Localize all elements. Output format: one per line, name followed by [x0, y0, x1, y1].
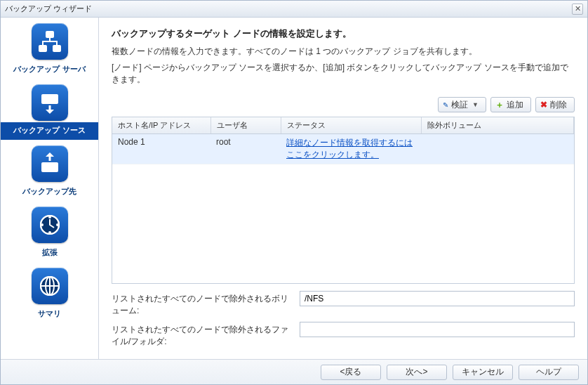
wizard-sidebar: バックアップ サーバ バックアップ ソース [1, 18, 99, 359]
cell-excluded [421, 134, 574, 164]
excluded-files-label: リストされたすべてのノードで除外されるファイル/フォルダ: [112, 322, 294, 348]
page-subtitle-1: 複数ノードの情報を入力できます。すべてのノードは 1 つのバックアップ ジョブを… [112, 46, 575, 58]
sidebar-item-label: サマリ [1, 306, 98, 323]
sidebar-item-label: 拡張 [1, 244, 98, 262]
svg-point-7 [49, 216, 51, 218]
get-node-info-link[interactable]: 詳細なノード情報を取得するにはここをクリックします。 [286, 138, 413, 159]
network-icon [32, 23, 68, 60]
main-panel: バックアップするターゲット ノードの情報を設定します。 複数ノードの情報を入力で… [99, 18, 587, 359]
add-label: 追加 [507, 99, 523, 111]
svg-rect-0 [46, 32, 53, 37]
sidebar-item-backup-server[interactable]: バックアップ サーバ [1, 20, 98, 79]
svg-point-9 [49, 232, 51, 233]
nodes-table-wrap: ホスト名/IP アドレス ユーザ名 ステータス 除外ボリューム Node 1 r… [112, 117, 575, 284]
svg-point-10 [41, 224, 43, 226]
back-button[interactable]: <戻る [321, 365, 381, 380]
help-button[interactable]: ヘルプ [519, 365, 579, 380]
chevron-down-icon: ▼ [472, 101, 479, 108]
col-excluded[interactable]: 除外ボリューム [421, 117, 574, 134]
wizard-footer: <戻る 次へ> キャンセル ヘルプ [1, 359, 587, 384]
cancel-button[interactable]: キャンセル [453, 365, 513, 380]
cell-host: Node 1 [112, 134, 211, 164]
sidebar-item-backup-dest[interactable]: バックアップ先 [1, 143, 98, 201]
globe-icon [32, 268, 68, 304]
delete-label: 削除 [550, 99, 567, 111]
excluded-files-input[interactable] [300, 322, 575, 337]
sidebar-item-summary[interactable]: サマリ [1, 265, 98, 323]
titlebar: バックアップ ウィザード ✕ [1, 1, 587, 18]
svg-rect-2 [53, 46, 60, 51]
wand-icon: ✎ [443, 101, 448, 109]
svg-rect-3 [41, 94, 58, 104]
add-icon: ＋ [495, 99, 504, 111]
svg-point-8 [57, 224, 58, 226]
table-toolbar: ✎ 検証 ▼ ＋ 追加 ✖ 削除 [112, 97, 575, 112]
cell-user: root [211, 134, 281, 164]
drive-up-icon [32, 145, 68, 182]
sidebar-item-label: バックアップ先 [1, 183, 98, 201]
col-user[interactable]: ユーザ名 [211, 117, 281, 134]
col-status[interactable]: ステータス [281, 117, 421, 134]
delete-icon: ✖ [540, 100, 547, 110]
cell-status: 詳細なノード情報を取得するにはここをクリックします。 [281, 134, 421, 164]
delete-button[interactable]: ✖ 削除 [535, 97, 575, 112]
wizard-window: バックアップ ウィザード ✕ バックアップ サーバ [0, 0, 588, 385]
clock-icon [32, 207, 68, 243]
add-button[interactable]: ＋ 追加 [490, 97, 531, 112]
col-host[interactable]: ホスト名/IP アドレス [112, 117, 211, 134]
sidebar-item-label: バックアップ ソース [1, 122, 98, 140]
window-title: バックアップ ウィザード [5, 4, 572, 14]
excluded-volume-input[interactable] [300, 291, 575, 306]
close-icon: ✕ [575, 4, 581, 13]
sidebar-item-advanced[interactable]: 拡張 [1, 204, 98, 262]
sidebar-item-backup-source[interactable]: バックアップ ソース [1, 81, 98, 140]
excluded-files-row: リストされたすべてのノードで除外されるファイル/フォルダ: [112, 322, 575, 348]
svg-rect-1 [39, 46, 46, 51]
body: バックアップ サーバ バックアップ ソース [1, 18, 587, 359]
sidebar-item-label: バックアップ サーバ [1, 61, 98, 79]
drive-down-icon [32, 84, 68, 121]
excluded-volume-row: リストされたすべてのノードで除外されるボリューム: [112, 291, 575, 317]
page-title: バックアップするターゲット ノードの情報を設定します。 [112, 27, 575, 40]
table-row[interactable]: Node 1 root 詳細なノード情報を取得するにはここをクリックします。 [112, 134, 574, 164]
excluded-volume-label: リストされたすべてのノードで除外されるボリューム: [112, 291, 294, 317]
exclude-form: リストされたすべてのノードで除外されるボリューム: リストされたすべてのノードで… [112, 291, 575, 353]
verify-label: 検証 [451, 99, 468, 111]
svg-rect-4 [41, 162, 58, 172]
page-subtitle-2: [ノード] ページからバックアップ ソースを選択するか、[追加] ボタンをクリッ… [112, 62, 575, 86]
verify-button[interactable]: ✎ 検証 ▼ [438, 97, 486, 112]
next-button[interactable]: 次へ> [387, 365, 447, 380]
close-button[interactable]: ✕ [572, 4, 583, 15]
nodes-table: ホスト名/IP アドレス ユーザ名 ステータス 除外ボリューム Node 1 r… [112, 117, 574, 164]
